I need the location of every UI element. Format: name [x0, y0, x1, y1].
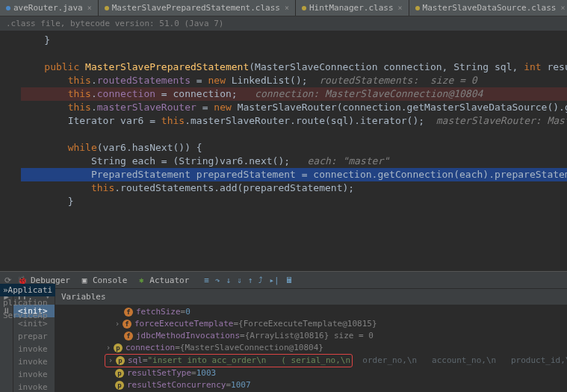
show-exec-icon[interactable]: ≡	[204, 276, 209, 285]
var-node[interactable]: fjdbcMethodInvocations = {ArrayList@1081…	[55, 330, 567, 342]
code-line: String each = (String)var6.next(); each:…	[21, 155, 567, 168]
editor-tab[interactable]: HintManager.class×	[296, 0, 409, 16]
code-line: while(var6.hasNext()) {	[21, 141, 567, 155]
code-line-current: PreparedStatement preparedStatement = co…	[21, 168, 567, 181]
close-icon[interactable]: ×	[560, 4, 565, 12]
class-icon	[302, 6, 306, 10]
code-editor[interactable]: } public MasterSlavePreparedStatement(Ma…	[0, 31, 567, 271]
thread-item[interactable]: plication	[0, 296, 55, 309]
thread-item[interactable]: »Applicati	[0, 284, 55, 296]
drop-frame-icon[interactable]: ⤴	[258, 276, 263, 285]
actuator-icon: ⎈	[136, 276, 146, 285]
thread-item[interactable]: ServiceAp	[0, 309, 55, 322]
var-node[interactable]: presultSetConcurrency = 1007	[55, 379, 567, 391]
code-line: this.masterSlaveRouter = new MasterSlave…	[21, 101, 567, 114]
editor-tab[interactable]: aveRouter.java×	[0, 0, 99, 16]
code-line: public MasterSlavePreparedStatement(Mast…	[21, 60, 567, 74]
class-icon	[105, 6, 109, 10]
variables-header: Variables	[55, 289, 567, 305]
step-out-icon[interactable]: ↑	[248, 276, 253, 285]
code-line: this.connection = connection; connection…	[21, 87, 567, 101]
step-into-icon[interactable]: ↓	[226, 276, 232, 285]
code-line: }	[21, 195, 567, 208]
variables-panel: Variables ffetchSize = 0 ›fforceExecuteT…	[55, 289, 567, 392]
code-line: }	[21, 34, 567, 47]
editor-tabs: aveRouter.java× MasterSlavePreparedState…	[0, 0, 567, 16]
evaluate-icon[interactable]: 🖩	[285, 276, 294, 285]
code-line: this.routedStatements.add(preparedStatem…	[21, 181, 567, 195]
frame-item[interactable]: invoke	[13, 343, 55, 355]
editor-tab[interactable]: MasterSlavePreparedStatement.class×	[99, 0, 296, 16]
editor-tab[interactable]: MasterSlaveDataSource.class×	[409, 0, 567, 16]
var-node-sql[interactable]: ›psql = "insert into acc_order\n ( seria…	[55, 354, 567, 367]
java-icon	[6, 6, 10, 10]
class-icon	[415, 6, 420, 10]
var-node[interactable]: ›pconnection = {MasterSlaveConnection@10…	[55, 342, 567, 354]
debug-toolbar: ⟳ 🐞Debugger ▣Console ⎈Actuator ≡ ↷ ↓ ⇓ ↑…	[0, 271, 567, 289]
var-node[interactable]: ›fforceExecuteTemplate = {ForceExecuteTe…	[55, 318, 567, 330]
close-icon[interactable]: ×	[87, 4, 92, 12]
step-over-icon[interactable]: ↷	[215, 276, 220, 285]
console-icon: ▣	[79, 276, 90, 285]
frame-item[interactable]: prepar	[13, 330, 55, 343]
debug-panel: ▶ ⏸ Fr.▾ <init> <init> prepar invoke inv…	[0, 289, 567, 392]
close-icon[interactable]: ×	[398, 4, 403, 12]
run-to-cursor-icon[interactable]: ▸|	[269, 276, 279, 285]
var-node[interactable]: ffetchSize = 0	[55, 306, 567, 318]
code-line: Iterator var6 = this.masterSlaveRouter.r…	[21, 114, 567, 128]
tab-console[interactable]: ▣Console	[79, 276, 127, 285]
close-icon[interactable]: ×	[285, 4, 289, 12]
frame-item[interactable]: invoke	[13, 381, 55, 392]
force-step-into-icon[interactable]: ⇓	[237, 276, 242, 285]
code-line: this.routedStatements = new LinkedList()…	[21, 74, 567, 87]
frame-item[interactable]: invoke	[13, 355, 55, 368]
var-node[interactable]: presultSetType = 1003	[55, 367, 567, 379]
file-info-banner: .class file, bytecode version: 51.0 (Jav…	[0, 16, 567, 31]
debug-step-toolbar: ≡ ↷ ↓ ⇓ ↑ ⤴ ▸| 🖩	[204, 276, 293, 285]
tab-actuator[interactable]: ⎈Actuator	[136, 276, 189, 285]
frame-item[interactable]: invoke	[13, 368, 55, 381]
